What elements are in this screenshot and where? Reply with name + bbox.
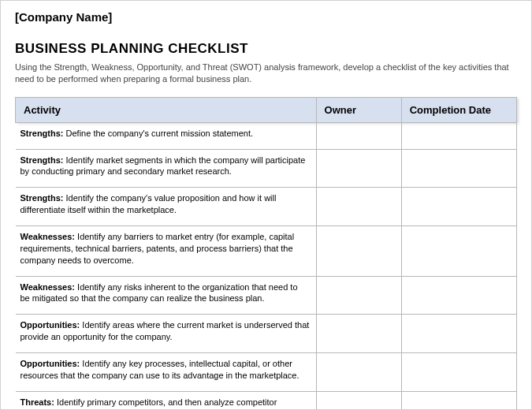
- activity-text: Identify market segments in which the co…: [20, 155, 306, 177]
- cell-activity: Strengths: Identify the company's value …: [16, 188, 317, 226]
- col-completion: Completion Date: [401, 97, 516, 122]
- cell-completion: [401, 391, 516, 410]
- cell-owner: [316, 315, 401, 353]
- document-page: [Company Name] BUSINESS PLANNING CHECKLI…: [1, 1, 531, 410]
- table-header-row: Activity Owner Completion Date: [16, 97, 517, 122]
- table-row: Threats: Identify primary competitors, a…: [16, 391, 517, 410]
- table-row: Strengths: Identify the company's value …: [16, 188, 517, 226]
- cell-activity: Weaknesses: Identify any barriers to mar…: [16, 226, 317, 277]
- table-row: Strengths: Identify market segments in w…: [16, 149, 517, 188]
- cell-owner: [316, 122, 401, 149]
- cell-completion: [401, 315, 516, 353]
- cell-completion: [401, 188, 516, 226]
- activity-category: Strengths:: [20, 155, 64, 165]
- activity-category: Strengths:: [20, 129, 64, 138]
- table-row: Opportunities: Identify any key processe…: [16, 352, 517, 391]
- cell-completion: [401, 149, 516, 188]
- document-title: BUSINESS PLANNING CHECKLIST: [15, 41, 517, 57]
- activity-text: Identify primary competitors, and then a…: [54, 397, 277, 407]
- cell-activity: Threats: Identify primary competitors, a…: [16, 391, 317, 410]
- activity-text: Define the company's current mission sta…: [64, 129, 254, 138]
- activity-category: Threats:: [20, 397, 54, 407]
- table-row: Opportunities: Identify areas where the …: [16, 315, 517, 353]
- cell-owner: [316, 226, 401, 277]
- col-owner: Owner: [316, 97, 401, 122]
- col-activity: Activity: [16, 97, 317, 122]
- cell-owner: [316, 391, 401, 410]
- table-row: Weaknesses: Identify any risks inherent …: [16, 276, 517, 315]
- activity-category: Weaknesses:: [20, 232, 76, 241]
- activity-category: Weaknesses:: [20, 282, 76, 292]
- cell-activity: Opportunities: Identify any key processe…: [16, 352, 317, 391]
- cell-activity: Strengths: Define the company's current …: [16, 122, 317, 149]
- checklist-table: Activity Owner Completion Date Strengths…: [15, 97, 517, 410]
- cell-owner: [316, 352, 401, 391]
- cell-activity: Opportunities: Identify areas where the …: [16, 315, 317, 353]
- table-row: Strengths: Define the company's current …: [16, 122, 517, 149]
- cell-owner: [316, 149, 401, 188]
- cell-owner: [316, 276, 401, 315]
- cell-owner: [316, 188, 401, 226]
- activity-category: Opportunities:: [20, 359, 80, 368]
- intro-text: Using the Strength, Weakness, Opportunit…: [15, 62, 517, 86]
- company-name: [Company Name]: [15, 10, 517, 24]
- cell-completion: [401, 226, 516, 277]
- cell-completion: [401, 352, 516, 391]
- cell-completion: [401, 122, 516, 149]
- table-row: Weaknesses: Identify any barriers to mar…: [16, 226, 517, 277]
- cell-activity: Strengths: Identify market segments in w…: [16, 149, 317, 188]
- cell-completion: [401, 276, 516, 315]
- activity-category: Strengths:: [20, 193, 64, 203]
- activity-category: Opportunities:: [20, 320, 80, 330]
- cell-activity: Weaknesses: Identify any risks inherent …: [16, 276, 317, 315]
- table-body: Strengths: Define the company's current …: [16, 122, 517, 410]
